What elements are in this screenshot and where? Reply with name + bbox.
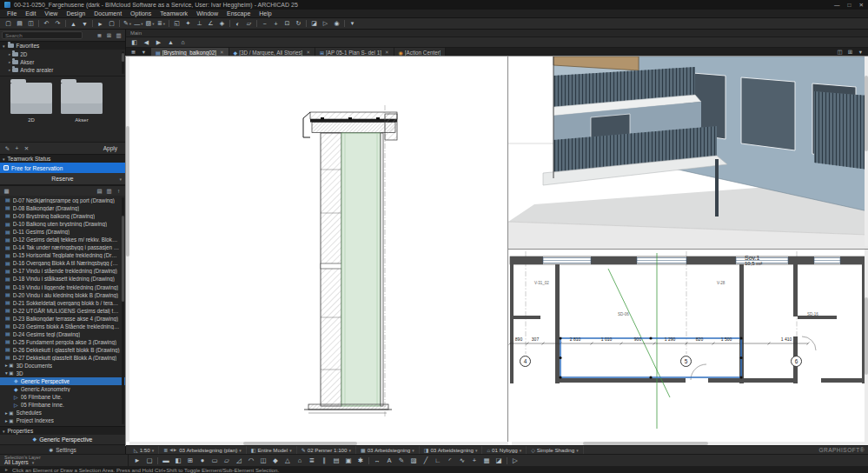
favorites-folder[interactable]: ▸ Akser	[0, 58, 125, 66]
3d-vertical-scrollbar[interactable]	[865, 57, 868, 246]
settings-button[interactable]: ✱ Settings	[0, 444, 125, 454]
column-tool-icon[interactable]: ●	[196, 456, 209, 466]
gravity-icon[interactable]: ⊥ ▾	[194, 19, 205, 29]
navigator-item[interactable]: D-09 Brystning balkong (Drawing)	[0, 212, 125, 220]
fit-in-window-icon[interactable]: ⊡ ▾	[282, 19, 293, 29]
tab-3d-marquee[interactable]: ◆ [3D / Marquee, All Stories] ✕	[229, 48, 315, 57]
info-box[interactable]: Selection's Layer All Layers ▾	[0, 455, 129, 466]
navigator-item[interactable]: D-25 Fundament pergola akse 3 (Drawing)	[0, 338, 125, 346]
favorite-thumbnail[interactable]: 2D	[10, 83, 52, 136]
minimize-button[interactable]: —	[834, 2, 840, 9]
3d-view-pane[interactable]	[508, 57, 868, 250]
skylight-tool-icon[interactable]: ◫	[257, 456, 269, 466]
camera-icon[interactable]: ▷ ▾	[320, 19, 331, 29]
navigator-item[interactable]: D-22 UTGÅR MULIGENS Gesims detalj tekkes…	[0, 307, 125, 315]
detail-view-pane[interactable]	[126, 57, 508, 445]
open-file-icon[interactable]: ▤ ▾	[14, 19, 25, 29]
favorites-panel-header[interactable]: ▾ Favorites	[0, 41, 125, 50]
pen-color-dropdown[interactable]: ✎ ▾	[122, 19, 133, 29]
inject-parameters-icon[interactable]: ▼ ▾	[79, 19, 90, 29]
navigator-item[interactable]: D-14 Tak under næringsbygg i passasjen (…	[0, 243, 125, 251]
teamwork-panel-header[interactable]: ▾ Teamwork Status	[0, 154, 125, 163]
navigator-item[interactable]: D-12 Gesims detalj tekkes m/ rekkv. Blok…	[0, 236, 125, 243]
menu-item[interactable]: View	[40, 10, 62, 17]
navigator-item[interactable]: 05 Filmbane inne.	[0, 401, 125, 409]
scale-quick-option[interactable]: ◺ ◀▶ 1:50 ▾	[129, 446, 159, 454]
menu-item[interactable]: Document	[89, 10, 126, 17]
fill-tool-icon[interactable]: ▨	[407, 456, 420, 466]
menu-item[interactable]: Window	[192, 10, 222, 17]
favorites-folder[interactable]: ▸ Andre arealer	[0, 66, 125, 74]
favorites-folder[interactable]: ▸ 2D	[0, 50, 125, 58]
properties-panel-header[interactable]: ▾ Properties	[0, 426, 125, 435]
navigator-item[interactable]: 06 Filmbane Ute.	[0, 393, 125, 401]
hotspot-tool-icon[interactable]: +	[468, 456, 480, 466]
collapse-icon[interactable]: ▾	[3, 157, 5, 162]
navigator-item[interactable]: D-17 Vindu i stående trekledning (Drawin…	[0, 267, 125, 275]
lamp-tool-icon[interactable]: ✱	[354, 456, 367, 466]
layer-combination-quick-option[interactable]: ≣ ◀▶ 03 Arbeidstegning (plan) ▾	[159, 446, 247, 454]
suspend-groups-icon[interactable]: ◱ ▾	[171, 19, 182, 29]
menu-item[interactable]: Enscape	[222, 10, 255, 17]
text-tool-icon[interactable]: A	[383, 456, 395, 466]
expand-icon[interactable]: ▸	[9, 60, 10, 64]
zoom-out-icon[interactable]: − ▾	[259, 19, 270, 29]
renovation-filter-quick-option[interactable]: ⌂ ◀▶ 01 Nybygg ▾	[482, 446, 527, 454]
floor-plan-pane[interactable]: Sov.1 10,5 m² 890 307 2 810 1 010 900 1 …	[508, 250, 868, 445]
navigator-item[interactable]: D-23 Gesims blokk A Stående trekledning …	[0, 323, 125, 330]
arc-tool-icon[interactable]: ◜	[444, 456, 456, 466]
favorites-scrollbar[interactable]	[122, 51, 124, 74]
collapse-icon[interactable]: ▾	[3, 43, 5, 49]
navigator-icon[interactable]: ⌂	[177, 37, 189, 47]
navigator-item[interactable]: D-26 Dekkekutt i glassfelt blokk B (Draw…	[0, 346, 125, 354]
structure-display-quick-option[interactable]: ◧ ◀▶ Entire Model ▾	[247, 446, 297, 454]
forward-icon[interactable]: ▶	[153, 37, 164, 47]
undo-icon[interactable]: ↶ ▾	[41, 19, 52, 29]
navigator-item[interactable]: D-15 Horisontal Teglplate trekledning (D…	[0, 251, 125, 259]
camera-tool-icon[interactable]: ▷	[509, 456, 521, 466]
spline-tool-icon[interactable]: ∿	[456, 456, 468, 466]
navigator-item[interactable]: 3D Documents	[0, 362, 125, 370]
navigator-item[interactable]: Generic Perspective	[0, 377, 125, 385]
navigator-scrollbar[interactable]	[122, 197, 124, 424]
new-file-icon[interactable]: ▢ ▾	[3, 19, 14, 29]
menu-item[interactable]: Design	[62, 10, 89, 17]
trace-reference-icon[interactable]: ◐ ▾	[232, 19, 243, 29]
redo-icon[interactable]: ↷ ▾	[52, 19, 63, 29]
navigator-item[interactable]: D-10 Balkong uten brystning (Drawing)	[0, 220, 125, 228]
navigator-item[interactable]: D-21 Sokkeldetalj overgang blokk b / ter…	[0, 299, 125, 307]
tab-close-icon[interactable]: ✕	[220, 50, 224, 55]
sidebar-options-icon[interactable]: ▥	[114, 31, 123, 40]
apply-button[interactable]: Apply	[98, 144, 123, 152]
object-tool-icon[interactable]: ▣	[342, 456, 354, 466]
navigator-item[interactable]: D-24 Gesims tegl (Drawing)	[0, 330, 125, 338]
model-view-quick-option[interactable]: ▦ ◀▶ 03 Arbeidstegning ▾	[356, 446, 420, 454]
collapse-icon[interactable]: ▾	[3, 429, 5, 434]
navigator-item[interactable]: D-19 Vindu i liggende trekledning (Drawi…	[0, 283, 125, 291]
menu-item[interactable]: Teamwork	[156, 10, 192, 17]
figure-tool-icon[interactable]: ▦	[480, 456, 493, 466]
list-view-icon[interactable]: ≣	[95, 31, 104, 40]
slab-tool-icon[interactable]: ▱	[221, 456, 233, 466]
plan-horizontal-scrollbar[interactable]	[512, 442, 868, 445]
menu-item[interactable]: Options	[126, 10, 156, 17]
door-tool-icon[interactable]: ◧	[172, 456, 184, 466]
arrow-tool-icon[interactable]: ►	[131, 456, 143, 466]
layout-book-icon[interactable]: ▥	[104, 187, 114, 196]
marquee-tool-icon[interactable]: ▢ ▾	[106, 19, 117, 29]
close-button[interactable]: ✕	[859, 2, 864, 9]
graphic-override-quick-option[interactable]: ◨ ◀▶ 03 Arbeidstegning ▾	[420, 446, 483, 454]
navigator-item[interactable]: 3D	[0, 370, 125, 377]
snap-points-icon[interactable]: ◈ ▾	[216, 19, 228, 29]
menu-item[interactable]: Edit	[21, 10, 40, 17]
tab-brystning-balkong02[interactable]: ▤ [Brystning_balkong02] ✕	[151, 48, 229, 57]
fill-type-dropdown[interactable]: ▨ ▾	[144, 19, 156, 29]
line-tool-icon[interactable]: ╱	[420, 456, 432, 466]
navigator-item[interactable]: D-27 Dekkekutt glassfelt Blokk A (Drawin…	[0, 354, 125, 362]
favorite-thumbnail[interactable]: Akser	[61, 83, 103, 136]
story-up-icon[interactable]: ▲	[165, 37, 176, 47]
wall-tool-icon[interactable]: ▬	[160, 456, 172, 466]
menu-item[interactable]: Help	[255, 10, 275, 17]
stair-tool-icon[interactable]: ≣	[306, 456, 318, 466]
tab-menu-icon[interactable]: ▾	[856, 48, 865, 57]
